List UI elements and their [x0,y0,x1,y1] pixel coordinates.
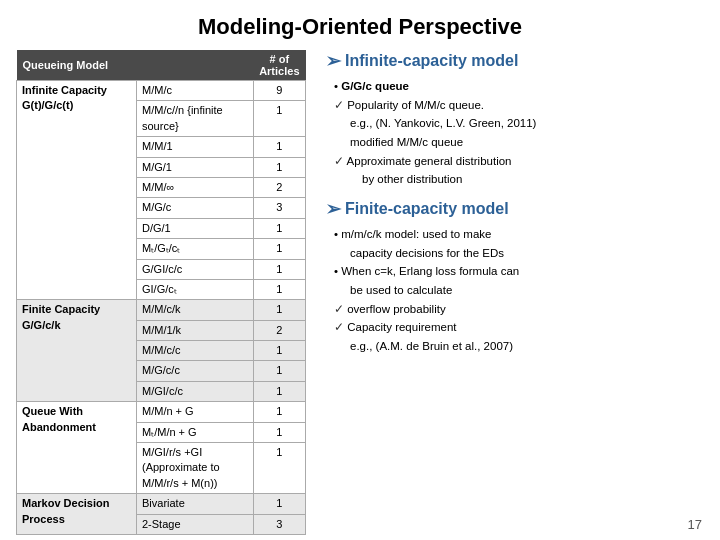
bullet-item: e.g., (N. Yankovic, L.V. Green, 2011) [350,115,704,132]
queue-name: M/M/n + G [137,402,254,422]
infinite-heading: ➢ Infinite-capacity model [326,50,704,72]
bullet-item: When c=k, Erlang loss formula can [334,263,704,280]
queue-name: 2-Stage [137,514,254,534]
bullet-item: be used to calculate [350,282,704,299]
arrow-icon: ➢ [326,50,341,72]
bullet-item: Capacity requirement [334,319,704,336]
queue-name: M/M/c//n {infinite source} [137,101,254,137]
article-count: 1 [253,402,305,422]
queue-name: M/M/c/c [137,341,254,361]
infinite-bullets: G/G/c queue Popularity of M/M/c queue. e… [334,78,704,188]
article-count: 1 [253,218,305,238]
article-count: 1 [253,341,305,361]
col-header-model: Queueing Model [17,50,137,81]
bullet-item: e.g., (A.M. de Bruin et al., 2007) [350,338,704,355]
article-count: 1 [253,279,305,299]
article-count: 1 [253,443,305,494]
group-label: Infinite Capacity G(t)/G/c(t) [17,81,137,300]
arrow-icon: ➢ [326,198,341,220]
bullet-item: modified M/M/c queue [350,134,704,151]
table-row: Infinite Capacity G(t)/G/c(t)M/M/c9 [17,81,306,101]
queue-name: D/G/1 [137,218,254,238]
queue-name: M/M/c/k [137,300,254,320]
group-label: Finite Capacity G/G/c/k [17,300,137,402]
queue-name: M/GI/r/s +GI (Approximate to M/M/r/s + M… [137,443,254,494]
article-count: 1 [253,422,305,442]
queue-name: Bivariate [137,494,254,514]
queue-name: M/G/c [137,198,254,218]
bullet-item: m/m/c/k model: used to make [334,226,704,243]
article-count: 1 [253,494,305,514]
article-count: 3 [253,198,305,218]
queue-name: GI/G/cₜ [137,279,254,299]
article-count: 1 [253,239,305,259]
table-row: Finite Capacity G/G/c/kM/M/c/k1 [17,300,306,320]
group-label: Queue With Abandonment [17,402,137,494]
queue-name: G/GI/c/c [137,259,254,279]
table-row: Markov Decision ProcessBivariate1 [17,494,306,514]
article-count: 3 [253,514,305,534]
article-count: 2 [253,320,305,340]
article-count: 1 [253,259,305,279]
bullet-item: Popularity of M/M/c queue. [334,97,704,114]
article-count: 1 [253,101,305,137]
article-count: 9 [253,81,305,101]
table-row: Queue With AbandonmentM/M/n + G1 [17,402,306,422]
queue-name: M/M/∞ [137,177,254,197]
queue-name: M/M/1/k [137,320,254,340]
bullet-item: G/G/c queue [334,78,704,95]
col-header-queue [137,50,254,81]
queue-name: Mₜ/Gₜ/cₜ [137,239,254,259]
article-count: 1 [253,300,305,320]
col-header-count: # of Articles [253,50,305,81]
queue-name: M/G/c/c [137,361,254,381]
queue-name: M/M/c [137,81,254,101]
bullet-item: by other distribution [362,171,704,188]
article-count: 1 [253,157,305,177]
article-count: 1 [253,381,305,401]
finite-heading: ➢ Finite-capacity model [326,198,704,220]
table-panel: Queueing Model # of Articles Infinite Ca… [16,50,306,535]
article-count: 2 [253,177,305,197]
finite-bullets: m/m/c/k model: used to make capacity dec… [334,226,704,355]
bullet-item: overflow probability [334,301,704,318]
queue-name: M/GI/c/c [137,381,254,401]
queue-name: M/G/1 [137,157,254,177]
article-count: 1 [253,361,305,381]
page-title: Modeling-Oriented Perspective [0,0,720,50]
page-number: 17 [688,517,702,532]
bullet-item: capacity decisions for the EDs [350,245,704,262]
article-count: 1 [253,137,305,157]
right-panel: ➢ Infinite-capacity model G/G/c queue Po… [322,50,704,535]
group-label: Markov Decision Process [17,494,137,535]
queue-name: M/M/1 [137,137,254,157]
bullet-item: Approximate general distribution [334,153,704,170]
queue-name: Mₜ/M/n + G [137,422,254,442]
